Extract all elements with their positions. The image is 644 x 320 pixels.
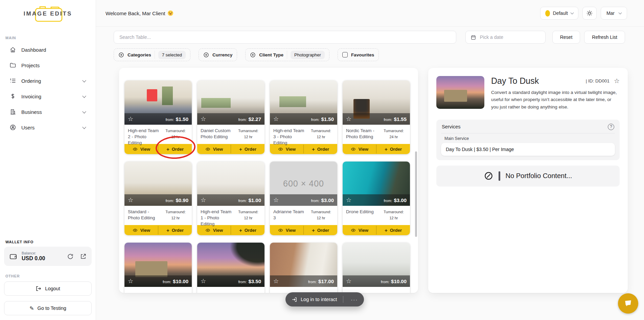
- price-prefix: from:: [238, 280, 247, 284]
- favourite-star-icon[interactable]: ☆: [273, 116, 279, 122]
- plus-icon: +: [239, 147, 242, 152]
- favourite-star-icon[interactable]: ☆: [273, 278, 279, 284]
- search-input[interactable]: [114, 31, 456, 44]
- sidebar-item-label: Users: [21, 125, 78, 130]
- price-badge: from:$0.90: [165, 197, 188, 203]
- sidebar-item-users[interactable]: Users: [0, 120, 96, 135]
- turnaround-value: 12 hr: [389, 216, 398, 220]
- favourite-star-icon[interactable]: ☆: [346, 197, 351, 203]
- favourite-star-icon[interactable]: ☆: [201, 197, 206, 203]
- service-card-8[interactable]: ☆from:$3.00Drone EditingTurnaround:12 hr…: [343, 162, 410, 235]
- plus-icon: +: [166, 147, 169, 152]
- service-photo: ☆from:$3.50: [197, 243, 264, 287]
- reset-button[interactable]: Reset: [552, 31, 580, 44]
- view-button[interactable]: View: [124, 225, 158, 235]
- service-card-11[interactable]: ☆from:$17.00View+Order: [270, 243, 337, 293]
- service-card-1[interactable]: ☆from:$1.50High-end Team 2 - Photo Editi…: [124, 80, 192, 154]
- order-button[interactable]: +Order: [231, 225, 264, 235]
- logo[interactable]: IMAGE EDITS: [21, 4, 75, 24]
- filter-chip-currency[interactable]: Currency: [199, 48, 237, 61]
- main-service-value[interactable]: Day To Dusk | $3.50 | Per Image: [441, 143, 615, 156]
- grid-scrollbar[interactable]: [415, 151, 417, 237]
- filter-chip-client-type[interactable]: Client TypePhotographer: [245, 48, 329, 61]
- plus-icon: +: [385, 228, 388, 233]
- service-photo: ☆from:$1.55: [343, 80, 410, 125]
- order-button[interactable]: +Order: [304, 144, 337, 154]
- theme-toggle-button[interactable]: [582, 7, 597, 20]
- order-button[interactable]: +Order: [304, 225, 337, 235]
- more-options-button[interactable]: ···: [348, 297, 361, 302]
- turnaround-value: 12 hr: [317, 216, 325, 220]
- price-prefix: from:: [311, 199, 319, 203]
- go-to-testing-button[interactable]: ✎ Go to Testing: [4, 301, 92, 315]
- order-button[interactable]: +Order: [376, 225, 410, 235]
- order-button[interactable]: +Order: [231, 144, 264, 154]
- order-button[interactable]: +Order: [158, 144, 192, 154]
- favourite-star-icon[interactable]: ☆: [128, 197, 133, 203]
- favourite-star-icon[interactable]: ☆: [346, 116, 351, 122]
- login-to-interact-pill[interactable]: Log in to interact ···: [285, 292, 364, 306]
- service-title: High-end Team 2 - Photo Editing: [128, 128, 161, 144]
- question-circle-icon[interactable]: ?: [608, 124, 614, 130]
- service-card-10[interactable]: ☆from:$3.50View+Order: [197, 243, 264, 293]
- filter-chip-badge: 7 selected: [158, 51, 186, 59]
- view-button[interactable]: View: [343, 144, 376, 154]
- sidebar-item-ordering[interactable]: Ordering: [0, 73, 96, 89]
- service-card-9[interactable]: ☆from:$10.00View+Order: [124, 243, 192, 293]
- sidebar-item-business[interactable]: Business: [0, 104, 96, 120]
- sidebar-item-projects[interactable]: Projects: [0, 57, 96, 73]
- view-button[interactable]: View: [197, 144, 231, 154]
- photo-overlay: ☆from:$1.50: [270, 113, 337, 125]
- turnaround: Turnaround:12 hr: [163, 209, 188, 225]
- portfolio-empty-box: No Portfolio Content...: [436, 166, 620, 187]
- order-label: Order: [390, 228, 402, 233]
- view-button[interactable]: View: [124, 144, 158, 154]
- order-button[interactable]: +Order: [376, 144, 410, 154]
- filter-chip-categories[interactable]: Categories7 selected: [114, 48, 190, 61]
- favourite-star-icon[interactable]: ☆: [273, 197, 279, 203]
- view-button[interactable]: View: [270, 144, 303, 154]
- photo-overlay: ☆from:$3.00: [343, 194, 410, 206]
- view-button[interactable]: View: [197, 225, 231, 235]
- external-link-icon[interactable]: [80, 253, 87, 260]
- user-menu-dropdown[interactable]: Mar: [601, 7, 627, 20]
- photo-overlay: ☆from:$10.00: [124, 275, 192, 287]
- service-card-4[interactable]: ☆from:$1.55Nordic Team - Photo EditingTu…: [343, 80, 410, 154]
- price-prefix: from:: [238, 199, 247, 203]
- service-card-3[interactable]: ☆from:$1.50High-end Team 3 - Photo Editi…: [270, 80, 337, 154]
- sidebar-item-invoicing[interactable]: Invoicing: [0, 89, 96, 104]
- price-prefix: from:: [165, 199, 174, 203]
- date-picker-input[interactable]: Pick a date: [465, 31, 546, 44]
- filter-chip-favourites[interactable]: Favourites: [338, 48, 379, 61]
- logout-button[interactable]: Logout: [4, 281, 92, 296]
- price-badge: from:$2.27: [238, 116, 261, 122]
- service-card-6[interactable]: ☆from:$1.00High-end Team 1 - Photo Editi…: [197, 162, 264, 235]
- favourite-star-icon[interactable]: ☆: [614, 78, 620, 84]
- order-label: Order: [245, 147, 256, 152]
- service-card-5[interactable]: ☆from:$0.90Standard - Photo EditingTurna…: [124, 162, 192, 235]
- price-prefix: from:: [311, 118, 319, 122]
- refresh-list-button[interactable]: Refresh List: [584, 31, 625, 44]
- card-actions: View+Order: [124, 225, 192, 235]
- order-button[interactable]: +Order: [158, 225, 192, 235]
- turnaround-label: Turnaround:: [384, 210, 404, 214]
- refresh-icon[interactable]: [67, 253, 74, 260]
- favourite-star-icon[interactable]: ☆: [201, 116, 206, 122]
- favourite-star-icon[interactable]: ☆: [201, 278, 206, 284]
- service-card-2[interactable]: ☆from:$2.27Daniel Custom Photo EditingTu…: [197, 80, 264, 154]
- service-photo: 600 × 400☆from:$3.00: [270, 162, 337, 206]
- card-actions: View+Order: [343, 225, 410, 235]
- view-button[interactable]: View: [270, 225, 303, 235]
- service-title: [128, 290, 161, 293]
- service-title: High-end Team 3 - Photo Editing: [273, 128, 307, 144]
- service-card-12[interactable]: ☆from:$10.00View+Order: [343, 243, 410, 293]
- favourite-star-icon[interactable]: ☆: [128, 116, 133, 122]
- chat-launcher-button[interactable]: [618, 293, 638, 314]
- theme-selector-dropdown[interactable]: Default: [540, 7, 578, 20]
- favourite-star-icon[interactable]: ☆: [346, 278, 351, 284]
- eye-icon: [132, 147, 138, 152]
- sidebar-item-dashboard[interactable]: Dashboard: [0, 42, 96, 57]
- view-button[interactable]: View: [343, 225, 376, 235]
- favourite-star-icon[interactable]: ☆: [128, 278, 133, 284]
- service-card-7[interactable]: 600 × 400☆from:$3.00Adrianne Team 3Turna…: [270, 162, 337, 235]
